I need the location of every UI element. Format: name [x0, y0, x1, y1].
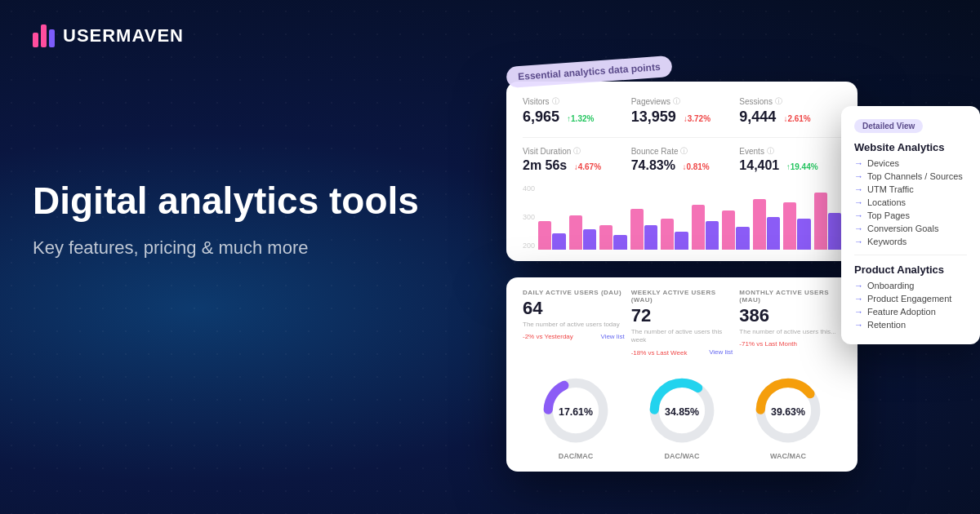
bar-purple-1: [552, 233, 565, 250]
svg-text:39.63%: 39.63%: [771, 406, 805, 418]
metric-sessions-change: ↓2.61%: [783, 114, 810, 123]
arrow-icon-conversion: →: [854, 224, 863, 233]
bar-pink-9: [783, 202, 796, 250]
subtitle: Key features, pricing & much more: [33, 237, 419, 259]
logo-bar-2: [41, 24, 47, 47]
dau-daily-sub: The number of active users today: [523, 321, 625, 329]
dau-monthly-label: MONTHLY ACTIVE USERS (MAU): [739, 289, 841, 304]
bar-pink-7: [722, 210, 735, 250]
bar-purple-2: [583, 229, 596, 250]
main-title: Digital analytics tools: [33, 179, 419, 223]
bar-chart: [538, 184, 841, 250]
arrow-icon-onboarding: →: [854, 281, 863, 290]
bar-group-7: [722, 210, 750, 250]
dau-daily-link[interactable]: View list: [600, 333, 624, 340]
metric-events: Events ⓘ 14,401 ↑19.44%: [739, 146, 841, 173]
arrow-icon-top-pages: →: [854, 210, 863, 220]
metric-visitors-value: 6,965 ↑1.32%: [523, 109, 625, 126]
donut-charts-row: 17.61% DAC/MAC 34.85% DAC/WAC 39.63%: [523, 367, 841, 460]
bar-pink-5: [661, 219, 674, 250]
dau-monthly: MONTHLY ACTIVE USERS (MAU) 386 The numbe…: [739, 289, 841, 357]
metric-bounce-rate: Bounce Rate ⓘ 74.83% ↓0.81%: [631, 146, 733, 173]
dau-daily-label: DAILY ACTIVE USERS (DAU): [523, 289, 625, 296]
arrow-icon-retention: →: [854, 320, 863, 330]
metric-visitors-label: Visitors ⓘ: [523, 96, 625, 107]
metric-visit-duration-label: Visit Duration ⓘ: [523, 146, 625, 157]
svg-text:17.61%: 17.61%: [559, 406, 593, 418]
metric-visitors-change: ↑1.32%: [567, 114, 594, 123]
logo-bar-3: [49, 29, 55, 47]
bar-pink-3: [599, 225, 612, 250]
bar-purple-4: [644, 225, 657, 250]
metric-visit-duration-change: ↓4.67%: [574, 162, 601, 171]
arrow-icon-keywords: →: [854, 237, 863, 246]
bar-purple-5: [675, 232, 688, 250]
logo-icon: [33, 24, 55, 47]
detail-top-pages: → Top Pages: [854, 210, 967, 220]
donut-wac-mac-label: WAC/MAC: [770, 452, 806, 460]
detail-keywords: → Keywords: [854, 237, 967, 246]
metric-bounce-rate-value: 74.83% ↓0.81%: [631, 158, 733, 173]
detailed-view-tag: Detailed View: [854, 119, 923, 133]
bar-purple-6: [706, 221, 719, 250]
metric-events-label: Events ⓘ: [739, 146, 841, 157]
detail-conversion-label: Conversion Goals: [867, 224, 938, 233]
brand-name: USERMAVEN: [63, 25, 184, 47]
donut-svg-wac-mac: 39.63%: [751, 374, 825, 447]
metrics-top-row: Visitors ⓘ 6,965 ↑1.32% Pageviews ⓘ 13,9…: [523, 96, 841, 126]
dau-weekly-link[interactable]: View list: [709, 348, 733, 356]
main-analytics-card: Visitors ⓘ 6,965 ↑1.32% Pageviews ⓘ 13,9…: [506, 82, 858, 261]
dau-weekly-sub: The number of active users this week: [631, 328, 733, 345]
bar-purple-10: [828, 213, 841, 250]
logo-bar-1: [33, 33, 38, 47]
arrow-icon-utm: →: [854, 184, 863, 194]
bar-purple-3: [613, 235, 626, 250]
detail-utm-label: UTM Traffic: [867, 184, 914, 194]
detail-channels-label: Top Channels / Sources: [867, 171, 963, 181]
bar-pink-1: [538, 221, 551, 250]
metric-bounce-rate-change: ↓0.81%: [682, 162, 709, 171]
bar-pink-4: [630, 209, 644, 250]
arrow-icon-product-engagement: →: [854, 294, 863, 304]
detail-devices-label: Devices: [867, 158, 899, 168]
detail-keywords-label: Keywords: [867, 237, 906, 246]
arrow-icon-devices: →: [854, 158, 863, 168]
detail-devices: → Devices: [854, 158, 967, 168]
arrow-icon-channels: →: [854, 171, 863, 181]
metric-visit-duration: Visit Duration ⓘ 2m 56s ↓4.67%: [523, 146, 625, 173]
detail-channels-sources: → Top Channels / Sources: [854, 171, 967, 181]
dau-daily: DAILY ACTIVE USERS (DAU) 64 The number o…: [523, 289, 625, 357]
metric-sessions: Sessions ⓘ 9,444 ↓2.61%: [739, 96, 841, 126]
dau-daily-value: 64: [523, 298, 625, 319]
detail-product-engagement-label: Product Engagement: [867, 294, 951, 304]
detail-feature-adoption: → Feature Adoption: [854, 307, 967, 317]
detail-product-engagement: → Product Engagement: [854, 294, 967, 304]
dau-weekly-label: WEEKLY ACTIVE USERS (WAU): [631, 289, 733, 304]
bar-group-2: [569, 215, 597, 250]
metric-events-change: ↑19.44%: [786, 162, 818, 171]
svg-text:34.85%: 34.85%: [665, 406, 699, 418]
dau-monthly-change: -71% vs Last Month: [739, 340, 797, 348]
metric-sessions-label: Sessions ⓘ: [739, 96, 841, 107]
bar-group-1: [538, 221, 566, 250]
headline-block: Digital analytics tools Key features, pr…: [33, 179, 419, 259]
metric-pageviews-value: 13,959 ↓3.72%: [631, 109, 733, 126]
page-container: USERMAVEN Digital analytics tools Key fe…: [0, 0, 980, 514]
detail-onboarding: → Onboarding: [854, 281, 967, 290]
bar-purple-8: [767, 217, 780, 250]
website-analytics-title: Website Analytics: [854, 141, 967, 153]
detail-retention: → Retention: [854, 320, 967, 330]
detail-retention-label: Retention: [867, 320, 906, 330]
bar-pink-6: [692, 205, 705, 250]
logo[interactable]: USERMAVEN: [33, 24, 184, 47]
dau-stats-row: DAILY ACTIVE USERS (DAU) 64 The number o…: [523, 289, 841, 357]
bar-pink-10: [814, 193, 827, 250]
dau-monthly-value: 386: [739, 305, 841, 326]
metrics-divider: [523, 137, 841, 138]
bar-purple-9: [797, 219, 810, 250]
metric-visit-duration-value: 2m 56s ↓4.67%: [523, 158, 625, 173]
detail-locations: → Locations: [854, 197, 967, 207]
detail-feature-adoption-label: Feature Adoption: [867, 307, 936, 317]
donut-svg-dac-wac: 34.85%: [645, 374, 719, 447]
bar-pink-8: [753, 199, 766, 250]
